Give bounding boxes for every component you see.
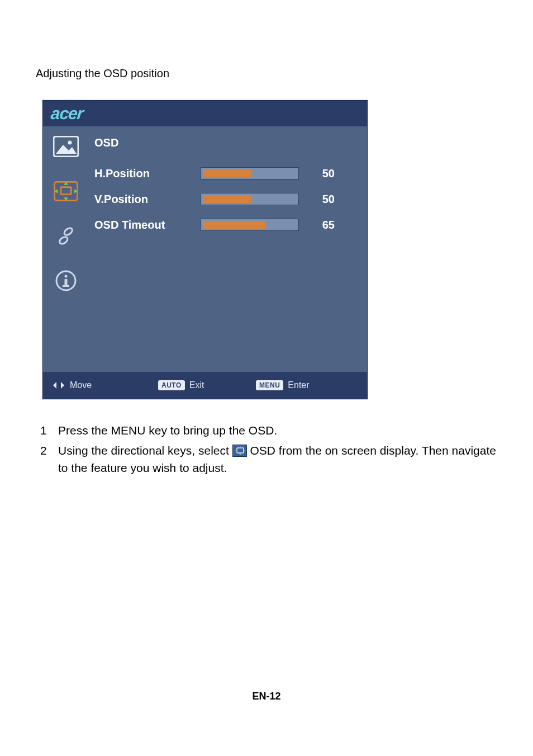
osd-slider: [201, 219, 299, 231]
osd-main-panel: OSD H.Position 50 V.Position 50: [89, 126, 367, 372]
section-title: Adjusting the OSD position: [36, 67, 497, 80]
instruction-text: Using the directional keys, select OSD f…: [58, 442, 497, 477]
osd-header: acer: [43, 101, 367, 126]
osd-slider-fill: [203, 169, 251, 177]
osd-heading: OSD: [94, 136, 357, 149]
instruction-number: 2: [40, 442, 48, 477]
osd-slider: [201, 167, 299, 179]
instruction-item: 2 Using the directional keys, select OSD…: [40, 442, 497, 477]
osd-row-vposition: V.Position 50: [94, 186, 357, 212]
osd-row-hposition: H.Position 50: [94, 160, 357, 186]
settings-chain-icon: [51, 221, 80, 251]
footer-exit-label: Exit: [189, 380, 204, 390]
menu-badge: MENU: [256, 380, 283, 390]
svg-rect-3: [61, 187, 72, 195]
picture-icon: [51, 132, 80, 161]
svg-point-5: [63, 226, 74, 236]
svg-rect-9: [63, 285, 69, 287]
osd-slider: [201, 193, 299, 205]
info-icon: [51, 266, 80, 295]
instructions-list: 1 Press the MENU key to bring up the OSD…: [40, 422, 497, 477]
svg-point-7: [65, 275, 68, 278]
page-number: EN-12: [0, 691, 533, 702]
footer-enter-label: Enter: [288, 380, 309, 390]
instruction-text: Press the MENU key to bring up the OSD.: [58, 422, 497, 440]
osd-screenshot: acer: [42, 100, 368, 399]
svg-rect-10: [237, 448, 244, 453]
osd-position-icon: [51, 177, 80, 206]
svg-point-1: [68, 141, 72, 145]
footer-move-label: Move: [70, 380, 92, 390]
acer-logo: acer: [50, 104, 84, 123]
osd-slider-fill: [203, 221, 266, 229]
instruction-number: 1: [40, 422, 48, 440]
instruction-item: 1 Press the MENU key to bring up the OSD…: [40, 422, 497, 440]
osd-footer: Move AUTO Exit MENU Enter: [43, 372, 367, 399]
svg-point-4: [58, 235, 69, 245]
move-arrows-icon: [52, 381, 65, 390]
osd-slider-fill: [203, 195, 251, 203]
osd-label: H.Position: [94, 167, 201, 180]
osd-value: 50: [299, 167, 338, 180]
osd-label: V.Position: [94, 193, 201, 206]
osd-value: 65: [299, 219, 338, 231]
osd-row-timeout: OSD Timeout 65: [94, 212, 357, 238]
osd-position-inline-icon: [232, 445, 247, 457]
osd-sidebar: [43, 126, 89, 372]
osd-label: OSD Timeout: [94, 219, 201, 231]
osd-value: 50: [299, 193, 338, 206]
auto-badge: AUTO: [158, 380, 185, 390]
